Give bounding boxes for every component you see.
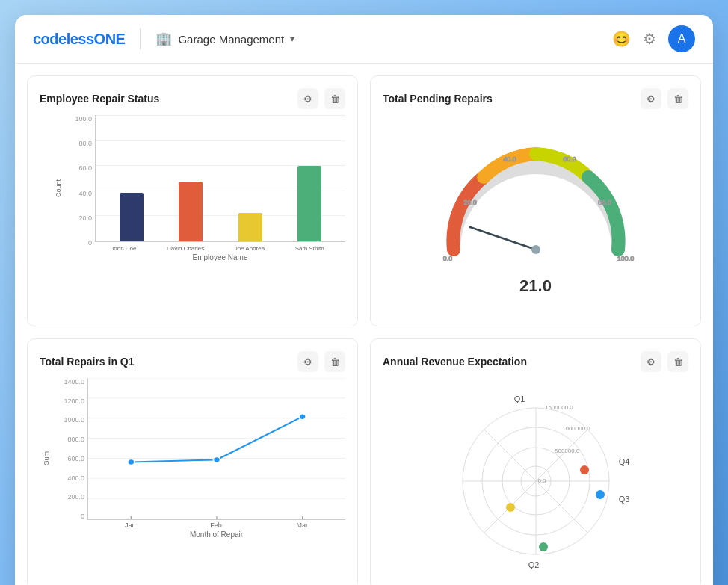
annual-revenue-title: Annual Revenue Expectation: [383, 356, 527, 368]
x-axis-label-employee: Employee Name: [95, 253, 345, 261]
x-axis-label-q1: Month of Repair: [87, 530, 345, 539]
y-label-100: 100.0: [75, 115, 92, 123]
point-mar: [299, 414, 306, 420]
y-label-40: 40.0: [78, 190, 92, 197]
gauge-label-80: 80.0: [598, 199, 611, 206]
gauge-needle-group: [470, 227, 540, 254]
workspace-selector[interactable]: 🏢 Garage Management ▾: [155, 31, 294, 47]
employee-repair-title: Employee Repair Status: [40, 93, 159, 105]
widget-header-pending: Total Pending Repairs ⚙ 🗑: [383, 88, 688, 109]
y-q1-400: 400.0: [67, 474, 84, 482]
line-chart-inner: Jan Feb Mar Month of Repair: [87, 378, 345, 539]
line-chart: Sum 1400.0 1200.0 1000.0 800.0 600.0 400…: [40, 378, 345, 539]
bar-chart: Count 100.0 80.0 60.0 40.0 20.0 0: [40, 115, 345, 261]
y-label-80: 80.0: [78, 140, 92, 147]
bar-david: [179, 182, 203, 241]
avatar[interactable]: A: [668, 25, 695, 52]
q1-dot: [506, 503, 515, 512]
total-repairs-q1-title: Total Repairs in Q1: [40, 356, 135, 368]
radar-svg: 0.0 500000.0 1000000.0 1500000.0 Q1 Q2 Q…: [431, 384, 641, 571]
q1-label: Q1: [513, 394, 525, 403]
y-labels-employee: 100.0 80.0 60.0 40.0 20.0 0: [68, 115, 95, 261]
y-axis-label-q1: Sum: [43, 451, 50, 465]
y-q1-600: 600.0: [67, 455, 84, 462]
gauge-label-100: 100.0: [617, 255, 634, 262]
q3-label: Q3: [618, 495, 629, 504]
line-path: [131, 417, 302, 462]
radar-label-1m: 1000000.0: [562, 425, 590, 432]
y-label-0: 0: [88, 239, 92, 247]
logo: codelessONE: [33, 31, 125, 48]
employee-repair-widget: Employee Repair Status ⚙ 🗑 Count 100.0 8…: [27, 75, 358, 326]
gauge-pivot: [531, 245, 540, 254]
q2-dot: [539, 542, 548, 551]
bar-joe-rect: [238, 213, 262, 241]
gauge-label-0: 0.0: [442, 255, 452, 262]
y-q1-200: 200.0: [67, 493, 84, 501]
logo-text: codeless: [33, 31, 94, 47]
total-repairs-q1-widget: Total Repairs in Q1 ⚙ 🗑 Sum 1400.0 1200.…: [27, 338, 358, 585]
app-container: codelessONE 🏢 Garage Management ▾ 😊 ⚙ A …: [15, 15, 713, 585]
radar-label-0: 0.0: [537, 477, 546, 484]
workspace-label: Garage Management: [178, 33, 284, 46]
widget-header-employee: Employee Repair Status ⚙ 🗑: [40, 88, 345, 109]
employee-trash-button[interactable]: 🗑: [324, 88, 345, 109]
bar-john-rect: [120, 193, 144, 241]
x-label-feb: Feb: [210, 521, 222, 529]
q4-dot: [580, 465, 589, 474]
q1-gear-button[interactable]: ⚙: [297, 351, 318, 372]
pending-gear-button[interactable]: ⚙: [641, 88, 661, 109]
y-q1-1000: 1000.0: [64, 416, 84, 424]
x-label-joe: Joe Andrea: [235, 245, 265, 252]
grid-line-1: [96, 115, 345, 116]
gear-icon[interactable]: ⚙: [643, 30, 656, 48]
pending-repairs-title: Total Pending Repairs: [383, 93, 493, 105]
x-label-mar: Mar: [297, 521, 309, 529]
bar-joe: [238, 213, 262, 241]
revenue-gear-button[interactable]: ⚙: [641, 351, 661, 372]
gauge-value: 21.0: [519, 276, 552, 296]
workspace-icon: 🏢: [155, 31, 172, 47]
widget-header-revenue: Annual Revenue Expectation ⚙ 🗑: [383, 351, 688, 372]
pending-trash-button[interactable]: 🗑: [667, 88, 688, 109]
widget-actions-employee: ⚙ 🗑: [297, 88, 345, 109]
point-jan: [128, 459, 135, 465]
x-label-sam: Sam Smith: [295, 245, 324, 252]
y-q1-1200: 1200.0: [64, 397, 84, 405]
emoji-icon[interactable]: 😊: [612, 30, 631, 48]
bar-david-rect: [179, 182, 203, 241]
x-label-david: David Charles: [167, 245, 204, 252]
x-label-john: John Doe: [111, 245, 136, 252]
header-divider: [140, 28, 141, 49]
bar-john: [120, 193, 144, 241]
radar-label-500k: 500000.0: [555, 448, 580, 454]
gauge-label-60: 60.0: [563, 155, 576, 163]
bars-wrapper: John Doe David Charles Joe Andrea Sam Sm…: [95, 115, 345, 261]
logo-accent: ONE: [94, 31, 126, 47]
y-q1-1400: 1400.0: [64, 378, 84, 386]
gauge-needle: [470, 227, 536, 250]
widget-actions-revenue: ⚙ 🗑: [641, 351, 688, 372]
header-right: 😊 ⚙ A: [612, 25, 695, 52]
gauge-label-20: 20.0: [463, 199, 477, 206]
radar-label-15m: 1500000.0: [545, 404, 573, 411]
gauge-svg: 0.0 20.0 40.0 60.0 80.0 100.0: [431, 123, 641, 272]
bars-area: [95, 115, 345, 242]
widget-actions-pending: ⚙ 🗑: [641, 88, 688, 109]
x-labels-employee: John Doe David Charles Joe Andrea Sam Sm…: [96, 242, 345, 252]
q3-dot: [596, 490, 605, 499]
x-labels-q1: Jan Feb Mar: [87, 520, 345, 529]
q1-trash-button[interactable]: 🗑: [324, 351, 345, 372]
q4-label: Q4: [618, 457, 629, 466]
dashboard: Employee Repair Status ⚙ 🗑 Count 100.0 8…: [15, 64, 713, 585]
header: codelessONE 🏢 Garage Management ▾ 😊 ⚙ A: [15, 15, 713, 64]
chevron-down-icon: ▾: [290, 34, 294, 44]
q2-label: Q2: [528, 560, 539, 569]
grid-line-2: [96, 140, 345, 141]
revenue-trash-button[interactable]: 🗑: [667, 351, 688, 372]
widget-actions-q1: ⚙ 🗑: [297, 351, 345, 372]
y-q1-0: 0: [81, 513, 84, 520]
employee-gear-button[interactable]: ⚙: [297, 88, 318, 109]
bar-sam: [297, 166, 321, 241]
x-label-jan: Jan: [125, 521, 136, 529]
